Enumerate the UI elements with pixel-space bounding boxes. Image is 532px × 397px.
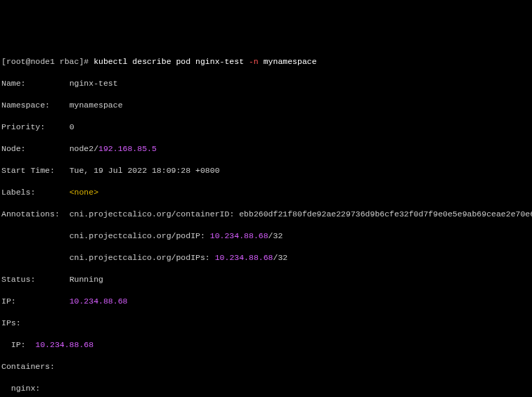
labels-val: <none>: [70, 188, 98, 197]
anno-key: Annotations:: [1, 209, 60, 219]
pri-val: 0: [70, 122, 74, 131]
ips-nested-key: IP:: [1, 340, 35, 349]
anno-suf2: /32: [268, 231, 283, 240]
cmd-kubectl: kubectl describe pod nginx-test: [93, 57, 249, 66]
containers-header: Containers:: [1, 362, 55, 371]
shell-prompt: [root@node1 rbac]#: [1, 57, 93, 66]
cmd-ns: mynamespace: [259, 57, 317, 66]
anno-key3: cni.projectcalico.org/podIPs:: [70, 253, 215, 262]
node-key: Node:: [1, 144, 26, 153]
ip-key: IP:: [1, 297, 16, 306]
ns-val: mynamespace: [70, 100, 123, 110]
name-val: nginx-test: [70, 79, 118, 88]
labels-key: Labels:: [1, 188, 35, 197]
start-val: Tue, 19 Jul 2022 18:09:28 +0800: [70, 166, 220, 175]
ns-key: Namespace:: [1, 100, 50, 110]
anno-key2: cni.projectcalico.org/podIP:: [70, 231, 210, 240]
ips-nested-val: 10.234.88.68: [35, 340, 93, 349]
container-name: nginx:: [1, 384, 40, 393]
status-val: Running: [70, 275, 103, 284]
ip-val: 10.234.88.68: [70, 297, 128, 306]
anno-ip3: 10.234.88.68: [215, 253, 273, 262]
cmd-flag: -n: [249, 57, 259, 66]
node-val1: node2/: [70, 144, 98, 153]
cmd-line[interactable]: [root@node1 rbac]# kubectl describe pod …: [1, 56, 531, 67]
node-ip: 192.168.85.5: [98, 144, 157, 153]
status-key: Status:: [1, 275, 35, 284]
anno-suf3: /32: [273, 253, 288, 262]
anno-ip2: 10.234.88.68: [210, 231, 268, 240]
terminal-output: [root@node1 rbac]# kubectl describe pod …: [1, 45, 531, 397]
ips-key: IPs:: [1, 318, 21, 327]
name-key: Name:: [1, 79, 26, 88]
start-key: Start Time:: [1, 166, 55, 175]
pri-key: Priority:: [1, 122, 45, 131]
anno-val1: cni.projectcalico.org/containerID: ebb26…: [70, 209, 532, 219]
